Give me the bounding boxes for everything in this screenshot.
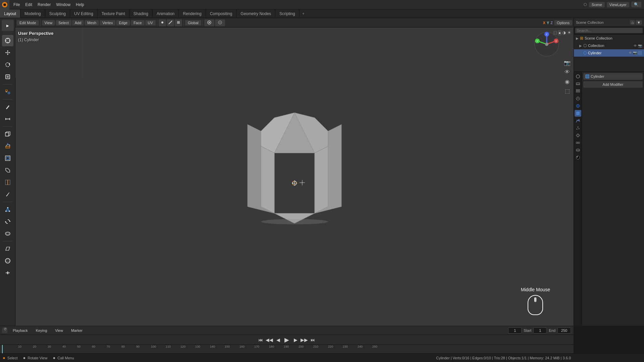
smooth-tool[interactable] xyxy=(2,228,13,239)
outliner-options-btn[interactable]: ▼ xyxy=(636,20,642,25)
prop-tab-modifiers[interactable] xyxy=(575,117,581,124)
prop-tab-physics[interactable] xyxy=(575,132,581,139)
rip-tool[interactable] xyxy=(2,267,13,279)
marker-menu[interactable]: Marker xyxy=(68,328,85,333)
jump-to-start-btn[interactable]: ⏮ xyxy=(257,336,264,344)
scene-selector[interactable]: Scene xyxy=(589,2,605,7)
outliner-filter-btn[interactable]: ⌂ xyxy=(630,20,635,25)
outliner-search[interactable] xyxy=(575,28,643,33)
snapping-btn[interactable] xyxy=(204,19,214,26)
header-mesh-btn[interactable]: Mesh xyxy=(85,20,99,25)
xray-btn[interactable]: ⬚ xyxy=(564,87,571,95)
add-modifier-button[interactable]: Add Modifier xyxy=(583,81,643,88)
tab-uv-editing[interactable]: UV Editing xyxy=(70,9,98,18)
playback-menu[interactable]: Playback xyxy=(10,328,31,333)
tab-rendering[interactable]: Rendering xyxy=(179,9,206,18)
spin-tool[interactable] xyxy=(2,216,13,227)
cursor-tool[interactable] xyxy=(2,35,13,46)
add-workspace-btn[interactable]: + xyxy=(300,10,307,17)
prop-tab-world[interactable] xyxy=(575,103,581,109)
viewport-shading-btn[interactable]: 👁 xyxy=(564,68,571,76)
transform-orientation-dropdown[interactable]: Global xyxy=(185,20,201,25)
timeline-clock-icon[interactable]: ⏱ xyxy=(3,327,7,331)
annotate-tool[interactable] xyxy=(2,101,13,113)
solid-shading-btn[interactable]: ● xyxy=(558,30,561,36)
prop-tab-scene[interactable] xyxy=(575,95,581,102)
add-cube-tool[interactable] xyxy=(2,128,13,140)
outliner-item-collection[interactable]: ▶ ⬡ Collection 👁 📷 xyxy=(574,42,644,49)
material-shading-btn[interactable]: ◑ xyxy=(562,30,567,36)
poly-build-tool[interactable] xyxy=(2,204,13,215)
prop-tab-constraints[interactable] xyxy=(575,139,581,146)
keying-menu[interactable]: Keying xyxy=(33,328,50,333)
header-vertex-btn[interactable]: Vertex xyxy=(100,20,115,25)
tab-layout[interactable]: Layout xyxy=(0,9,20,18)
next-frame-btn[interactable]: ▶▶ xyxy=(301,336,308,344)
header-edge-btn[interactable]: Edge xyxy=(116,20,130,25)
viewport-mode-dropdown[interactable]: Edit Mode xyxy=(17,20,39,25)
header-add-btn[interactable]: Add xyxy=(72,20,84,25)
outliner-item-scene-collection[interactable]: ▶ ⊞ Scene Collection xyxy=(574,35,644,42)
scale-tool[interactable] xyxy=(2,71,13,82)
camera-view-btn[interactable]: 📷 xyxy=(564,59,571,66)
knife-tool[interactable] xyxy=(2,189,13,200)
prop-tab-output[interactable] xyxy=(575,80,581,87)
extrude-tool[interactable] xyxy=(2,140,13,152)
rotate-tool[interactable] xyxy=(2,59,13,70)
prop-tab-object[interactable] xyxy=(575,110,581,117)
shear-tool[interactable] xyxy=(2,243,13,254)
move-tool[interactable] xyxy=(2,47,13,58)
prop-tab-material[interactable] xyxy=(575,154,581,161)
prop-tab-data[interactable] xyxy=(575,147,581,154)
current-frame-input[interactable] xyxy=(508,327,522,334)
jump-to-end-btn[interactable]: ⏭ xyxy=(309,336,317,344)
tab-compositing[interactable]: Compositing xyxy=(206,9,237,18)
tab-geometry-nodes[interactable]: Geometry Nodes xyxy=(236,9,275,18)
header-view-btn[interactable]: View xyxy=(42,20,55,25)
measure-tool[interactable] xyxy=(2,113,13,125)
menu-file[interactable]: File xyxy=(11,1,22,8)
edge-select-btn[interactable] xyxy=(167,19,174,26)
play-btn[interactable]: ▶ xyxy=(283,336,290,344)
prev-frame-btn[interactable]: ◀◀ xyxy=(266,336,273,344)
next-keyframe-btn[interactable]: ▶ xyxy=(292,336,299,344)
proportional-btn[interactable] xyxy=(215,19,225,26)
start-frame-input[interactable] xyxy=(533,327,547,334)
app-logo[interactable] xyxy=(0,0,9,9)
tab-scripting[interactable]: Scripting xyxy=(275,9,300,18)
tab-shading[interactable]: Shading xyxy=(129,9,153,18)
wireframe-shading-btn[interactable]: ⬚ xyxy=(553,30,557,36)
prop-tab-render[interactable] xyxy=(575,73,581,80)
mode-selector-btn[interactable]: ▶ xyxy=(2,20,14,31)
transform-tool[interactable] xyxy=(2,86,13,98)
prop-tab-particles[interactable] xyxy=(575,125,581,131)
bevel-tool[interactable] xyxy=(2,165,13,176)
view-menu[interactable]: View xyxy=(52,328,66,333)
header-select-btn[interactable]: Select xyxy=(56,20,71,25)
prop-tab-view-layer[interactable] xyxy=(575,88,581,95)
viewlayer-selector[interactable]: ViewLayer xyxy=(607,2,629,7)
vertex-select-btn[interactable] xyxy=(159,19,166,26)
inset-tool[interactable] xyxy=(2,153,13,164)
to-sphere-tool[interactable] xyxy=(2,255,13,266)
options-menu-btn[interactable]: Options xyxy=(554,20,572,25)
menu-window[interactable]: Window xyxy=(53,1,73,8)
face-select-btn[interactable] xyxy=(175,19,182,26)
header-uv-btn[interactable]: UV xyxy=(145,20,156,25)
search-btn[interactable]: 🔍 xyxy=(631,2,641,7)
viewport-overlay-btn[interactable]: ◉ xyxy=(564,78,571,85)
end-frame-input[interactable] xyxy=(557,327,571,334)
rendered-shading-btn[interactable]: ☀ xyxy=(567,30,572,36)
tab-sculpting[interactable]: Sculpting xyxy=(45,9,70,18)
loop-cut-tool[interactable] xyxy=(2,177,13,188)
outliner-item-cylinder[interactable]: ⬡ Cylinder 👁 📷 xyxy=(574,49,644,57)
tab-animation[interactable]: Animation xyxy=(153,9,179,18)
menu-help[interactable]: Help xyxy=(73,1,87,8)
header-face-btn[interactable]: Face xyxy=(131,20,144,25)
menu-render[interactable]: Render xyxy=(35,1,53,8)
menu-edit[interactable]: Edit xyxy=(22,1,35,8)
tab-modeling[interactable]: Modeling xyxy=(20,9,45,18)
prev-keyframe-btn[interactable]: ◀ xyxy=(274,336,282,344)
3d-viewport[interactable]: User Perspective (1) Cylinder xyxy=(15,27,574,326)
tab-texture-paint[interactable]: Texture Paint xyxy=(98,9,129,18)
